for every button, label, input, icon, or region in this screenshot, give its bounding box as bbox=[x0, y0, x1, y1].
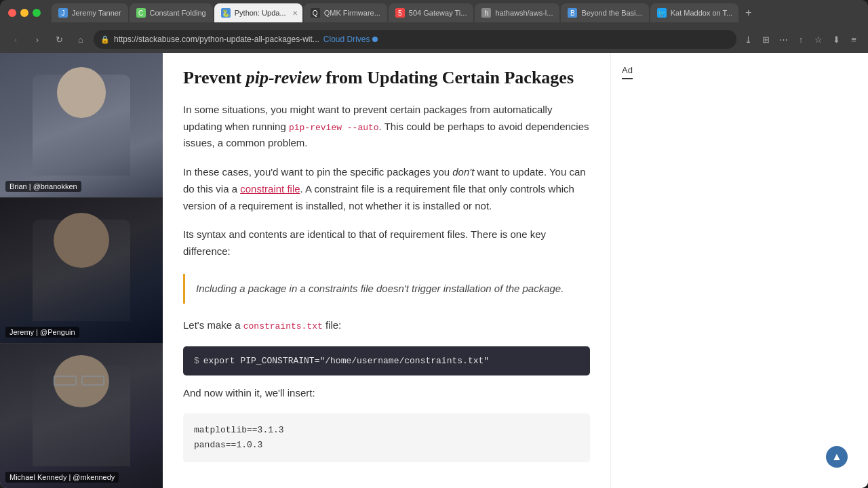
video-label-michael: Michael Kennedy | @mkennedy bbox=[5, 472, 119, 483]
article-title-part2: from Updating Certain Packages bbox=[321, 68, 574, 87]
tab-label-hathawsh: hathawsh/aws-l... bbox=[495, 9, 553, 17]
article-para-1: In some situations, you might want to pr… bbox=[183, 102, 590, 152]
cloud-drives-dot bbox=[372, 37, 378, 42]
blockquote-box: Including a package in a constraints fil… bbox=[183, 274, 590, 304]
article-para-5: And now within it, we'll insert: bbox=[183, 385, 590, 402]
scroll-top-button[interactable]: ▲ bbox=[826, 446, 848, 468]
close-button[interactable] bbox=[8, 9, 16, 17]
extensions-icon[interactable]: ⊞ bbox=[758, 32, 773, 47]
tab-label-kat: Kat Maddox on T... bbox=[671, 9, 733, 17]
back-button[interactable]: ‹ bbox=[7, 30, 24, 48]
toolbar: ‹ › ↻ ⌂ 🔒 https://stackabuse.com/python-… bbox=[0, 26, 868, 53]
tab-close-python[interactable]: ✕ bbox=[290, 8, 300, 18]
browser-window: J Jeremy Tanner C Constant Folding 🐍 Pyt… bbox=[0, 0, 868, 488]
para2-before: In these cases, you'd want to pin the sp… bbox=[183, 166, 452, 178]
maximize-button[interactable] bbox=[33, 9, 41, 17]
article-title-part1: Prevent bbox=[183, 68, 246, 87]
reload-button[interactable]: ↻ bbox=[50, 30, 68, 48]
code-prompt: $ bbox=[194, 356, 199, 366]
lock-icon: 🔒 bbox=[100, 35, 110, 44]
page-content[interactable]: Prevent pip-review from Updating Certain… bbox=[163, 53, 868, 488]
tab-favicon-gateway: 5 bbox=[395, 8, 405, 18]
video-feed-brian bbox=[0, 53, 163, 197]
ad-label: Ad bbox=[622, 65, 633, 79]
para4-code: constraints.txt bbox=[243, 321, 323, 331]
constraint-file-link[interactable]: constraint file bbox=[240, 183, 300, 195]
article-para-4: Let's make a constraints.txt file: bbox=[183, 317, 590, 334]
blockquote-text: Including a package in a constraints fil… bbox=[196, 281, 579, 297]
code-line-2: pandas==1.0.3 bbox=[194, 438, 579, 453]
video-panel-michael: Michael Kennedy | @mkennedy bbox=[0, 344, 163, 488]
forward-button[interactable]: › bbox=[28, 30, 46, 48]
para2-italic: don't bbox=[452, 166, 474, 178]
traffic-lights bbox=[8, 9, 41, 17]
video-feed-michael bbox=[0, 344, 163, 488]
tab-favicon-qmk: Q bbox=[311, 8, 320, 18]
tab-favicon-hathawsh: h bbox=[481, 8, 491, 18]
toolbar-actions: ⤓ ⊞ ⋯ ↑ ☆ ⬇ ≡ bbox=[741, 32, 861, 47]
code-line-1: matplotlib==3.1.3 bbox=[194, 423, 579, 438]
url-text: https://stackabuse.com/python-update-all… bbox=[114, 35, 319, 44]
tab-kat[interactable]: 🐦 Kat Maddox on T... bbox=[650, 3, 738, 22]
code-block-1: $export PIP_CONSTRAINT="/home/username/c… bbox=[183, 346, 590, 375]
article-title-italic: pip-review bbox=[246, 68, 321, 87]
title-bar: J Jeremy Tanner C Constant Folding 🐍 Pyt… bbox=[0, 0, 868, 26]
tab-label-jeremy: Jeremy Tanner bbox=[72, 9, 121, 17]
video-label-jeremy: Jeremy | @Penguin bbox=[5, 327, 79, 338]
new-tab-button[interactable]: + bbox=[740, 4, 757, 22]
tab-favicon-python: 🐍 bbox=[221, 8, 231, 18]
minimize-button[interactable] bbox=[20, 9, 28, 17]
cloud-drives-label: Cloud Drives bbox=[323, 35, 370, 44]
tab-label-constant: Constant Folding bbox=[150, 9, 206, 17]
tab-hathawsh[interactable]: h hathawsh/aws-l... bbox=[475, 3, 559, 22]
code-cmd: export PIP_CONSTRAINT="/home/username/co… bbox=[203, 356, 489, 366]
tab-qmk[interactable]: Q QMK Firmware... bbox=[304, 3, 387, 22]
article-para-2: In these cases, you'd want to pin the sp… bbox=[183, 164, 590, 214]
cloud-drives-badge[interactable]: Cloud Drives bbox=[323, 35, 378, 44]
tab-bar: J Jeremy Tanner C Constant Folding 🐍 Pyt… bbox=[52, 3, 860, 22]
address-bar[interactable]: 🔒 https://stackabuse.com/python-update-a… bbox=[94, 30, 736, 49]
tab-gateway[interactable]: 5 504 Gateway Ti... bbox=[389, 3, 474, 22]
video-feed-jeremy bbox=[0, 198, 163, 342]
tab-beyond[interactable]: B Beyond the Basi... bbox=[561, 3, 648, 22]
sidebar-toggle[interactable]: ≡ bbox=[846, 32, 861, 47]
tab-label-qmk: QMK Firmware... bbox=[324, 9, 380, 17]
star-icon[interactable]: ☆ bbox=[811, 32, 826, 47]
article-para-3: Its syntax and contents are identical to… bbox=[183, 226, 590, 260]
home-button[interactable]: ⌂ bbox=[72, 30, 90, 48]
tab-label-python: Python: Upda... bbox=[235, 9, 286, 17]
video-panel-jeremy: Jeremy | @Penguin bbox=[0, 198, 163, 343]
tab-favicon-beyond: B bbox=[568, 8, 577, 18]
ad-sidebar: Ad bbox=[610, 53, 753, 488]
para1-code: pip-review --auto bbox=[289, 123, 379, 133]
para4-after: file: bbox=[323, 319, 342, 331]
tab-favicon-jeremy: J bbox=[58, 8, 68, 18]
downloads-icon[interactable]: ⬇ bbox=[829, 32, 844, 47]
tab-constant[interactable]: C Constant Folding bbox=[130, 3, 213, 22]
video-panel-brian: Brian | @brianokken bbox=[0, 53, 163, 198]
share-icon[interactable]: ↑ bbox=[793, 32, 808, 47]
tab-favicon-kat: 🐦 bbox=[657, 8, 667, 18]
para4-before: Let's make a bbox=[183, 319, 243, 331]
tab-favicon-constant: C bbox=[136, 8, 146, 18]
video-sidebar: Brian | @brianokken Jeremy | @Penguin Mi… bbox=[0, 53, 163, 488]
more-options-icon[interactable]: ⋯ bbox=[776, 32, 791, 47]
article-area: Prevent pip-review from Updating Certain… bbox=[163, 53, 610, 488]
article-title: Prevent pip-review from Updating Certain… bbox=[183, 66, 590, 89]
tab-label-beyond: Beyond the Basi... bbox=[581, 9, 642, 17]
tab-label-gateway: 504 Gateway Ti... bbox=[409, 9, 467, 17]
video-label-brian: Brian | @brianokken bbox=[5, 181, 81, 192]
tab-python[interactable]: 🐍 Python: Upda... ✕ bbox=[214, 3, 302, 22]
bookmark-icon[interactable]: ⤓ bbox=[741, 32, 755, 47]
code-block-2: matplotlib==3.1.3 pandas==1.0.3 bbox=[183, 413, 590, 462]
content-area: Brian | @brianokken Jeremy | @Penguin Mi… bbox=[0, 53, 868, 488]
scroll-top-icon: ▲ bbox=[831, 451, 842, 463]
tab-jeremy[interactable]: J Jeremy Tanner bbox=[52, 3, 128, 22]
